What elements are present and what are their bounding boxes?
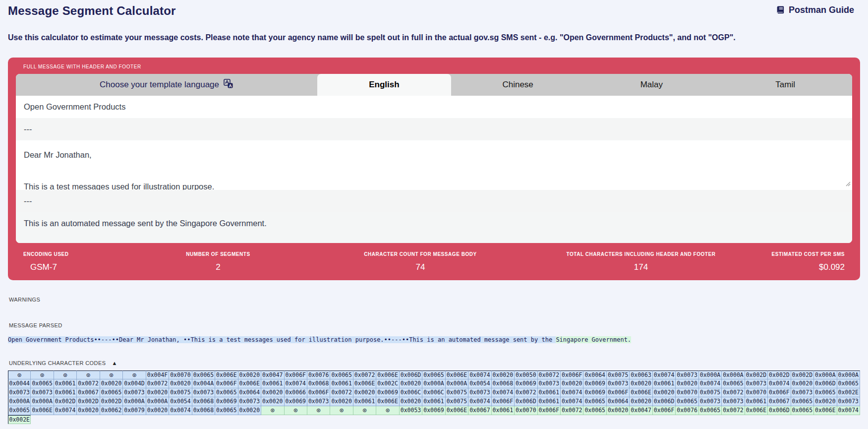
code-row: 0x000A0x000A0x002D0x002D0x002D0x000A0x00… <box>8 397 860 406</box>
char-code-cell: 0x006E <box>31 406 54 415</box>
char-code-cell: 0x0020 <box>630 397 652 406</box>
udh-cell: ⊛ <box>285 406 307 415</box>
char-code-cell: 0x0074 <box>561 397 583 406</box>
char-code-cell: 0x0075 <box>446 388 468 397</box>
char-code-cell: 0x0069 <box>583 388 606 397</box>
char-code-cell: 0x0020 <box>607 406 630 415</box>
char-code-cell: 0x0074 <box>285 379 307 388</box>
char-code-cell: 0x000A <box>422 379 445 388</box>
char-code-cell: 0x0065 <box>583 397 606 406</box>
char-code-cell: 0x006C <box>422 388 445 397</box>
char-code-cell: 0x002D <box>745 370 768 379</box>
page-title: Message Segment Calculator <box>8 4 176 18</box>
char-code-cell: 0x0075 <box>446 397 468 406</box>
char-code-cell: 0x000A <box>146 397 169 406</box>
warnings-label: WARNINGS <box>9 297 860 303</box>
char-code-cell: 0x0073 <box>8 388 31 397</box>
char-code-cell: 0x0072 <box>77 379 100 388</box>
char-code-cell: 0x0053 <box>400 406 422 415</box>
udh-icon: ⊛ <box>109 372 114 378</box>
char-code-cell: 0x006E <box>446 406 468 415</box>
char-code-cell: 0x0072 <box>722 406 745 415</box>
char-code-cell: 0x0054 <box>468 379 491 388</box>
char-code-cell: 0x000A <box>8 397 31 406</box>
char-code-cell: 0x0065 <box>31 379 54 388</box>
tab-chinese[interactable]: Chinese <box>451 74 585 96</box>
separator-row-top: --- <box>16 118 852 140</box>
char-code-cell: 0x0061 <box>261 379 284 388</box>
char-code-cell: 0x000A <box>814 370 837 379</box>
char-code-cell: 0x0068 <box>192 406 215 415</box>
udh-icon: ⊛ <box>17 372 22 378</box>
char-code-cell: 0x0065 <box>583 406 606 415</box>
char-code-cell: 0x0065 <box>8 406 31 415</box>
udh-icon: ⊛ <box>362 407 367 414</box>
char-code-cell: 0x0050 <box>515 370 537 379</box>
stat-value: 2 <box>113 262 324 272</box>
tab-english[interactable]: English <box>317 74 451 96</box>
tab-malay[interactable]: Malay <box>585 74 719 96</box>
char-code-cell: 0x0020 <box>261 397 284 406</box>
char-code-cell: 0x000A <box>699 370 722 379</box>
char-code-cell: 0x0075 <box>699 388 722 397</box>
char-code-cell: 0x0068 <box>307 379 330 388</box>
char-code-cell: 0x0061 <box>492 406 515 415</box>
udh-cell: ⊛ <box>330 406 353 415</box>
udh-icon: ⊛ <box>86 372 90 378</box>
parsed-message: Open Government Products••---••Dear Mr J… <box>8 335 631 345</box>
char-code-cell: 0x006F <box>768 388 791 397</box>
char-code-cell: 0x0061 <box>353 397 376 406</box>
message-footer-row: This is an automated message sent by the… <box>16 212 852 243</box>
char-code-cell: 0x0020 <box>100 379 123 388</box>
char-code-cell: 0x0020 <box>791 379 814 388</box>
char-code-cell: 0x0073 <box>538 379 561 388</box>
postman-guide-link[interactable]: Postman Guide <box>776 5 854 15</box>
char-code-cell: 0x0067 <box>468 406 491 415</box>
char-code-cell: 0x000A <box>722 370 745 379</box>
message-body-input[interactable]: Dear Mr Jonathan, This is a test message… <box>16 140 852 190</box>
char-code-cell: 0x0073 <box>31 388 54 397</box>
character-codes-toggle[interactable]: UNDERLYING CHARACTER CODES ▲ <box>8 360 117 366</box>
stat-encoding-used: ENCODING USEDGSM-7 <box>23 251 113 272</box>
char-code-cell: 0x0065 <box>100 388 123 397</box>
char-code-cell: 0x0065 <box>330 370 353 379</box>
char-code-cell: 0x0044 <box>8 379 31 388</box>
char-code-cell: 0x0076 <box>676 406 698 415</box>
char-code-cell: 0x0020 <box>676 379 698 388</box>
char-code-cell: 0x006E <box>446 370 468 379</box>
char-code-cell: 0x0065 <box>215 406 238 415</box>
char-code-cell: 0x0047 <box>261 370 284 379</box>
char-code-cell: 0x0061 <box>538 388 561 397</box>
char-code-cell: 0x000A <box>31 397 54 406</box>
char-code-cell: 0x0072 <box>722 388 745 397</box>
char-code-cell: 0x0079 <box>123 406 146 415</box>
char-code-cell: 0x0074 <box>837 406 860 415</box>
stat-value: $0.092 <box>765 262 845 272</box>
char-code-cell: 0x006E <box>376 397 399 406</box>
char-code-cell: 0x0054 <box>169 397 192 406</box>
char-code-cell: 0x0020 <box>261 388 284 397</box>
char-code-cell: 0x0070 <box>169 370 192 379</box>
char-code-cell: 0x0074 <box>492 388 515 397</box>
char-code-cell: 0x0065 <box>814 388 837 397</box>
char-code-cell: 0x0073 <box>607 379 630 388</box>
char-code-cell: 0x006D <box>768 406 791 415</box>
char-code-cell: 0x002D <box>54 397 77 406</box>
char-code-cell: 0x0065 <box>192 370 215 379</box>
char-code-cell: 0x0064 <box>583 370 606 379</box>
char-code-cell: 0x0020 <box>238 370 261 379</box>
book-icon <box>776 5 785 15</box>
char-code-cell: 0x006F <box>215 379 238 388</box>
char-code-cell: 0x006D <box>400 370 422 379</box>
char-code-cell: 0x0065 <box>791 397 814 406</box>
char-code-cell: 0x0061 <box>330 379 353 388</box>
char-code-cell: 0x0020 <box>400 379 422 388</box>
char-code-cell: 0x0072 <box>538 370 561 379</box>
char-code-cell: 0x0067 <box>77 388 100 397</box>
char-code-cell: 0x006F <box>307 388 330 397</box>
udh-cell: ⊛ <box>54 370 77 379</box>
char-code-cell: 0x0068 <box>492 379 515 388</box>
top-bar: Message Segment Calculator Postman Guide <box>8 4 860 18</box>
tab-tamil[interactable]: Tamil <box>718 74 852 96</box>
code-row: 0x00440x00650x00610x00720x00200x004D0x00… <box>8 379 860 388</box>
